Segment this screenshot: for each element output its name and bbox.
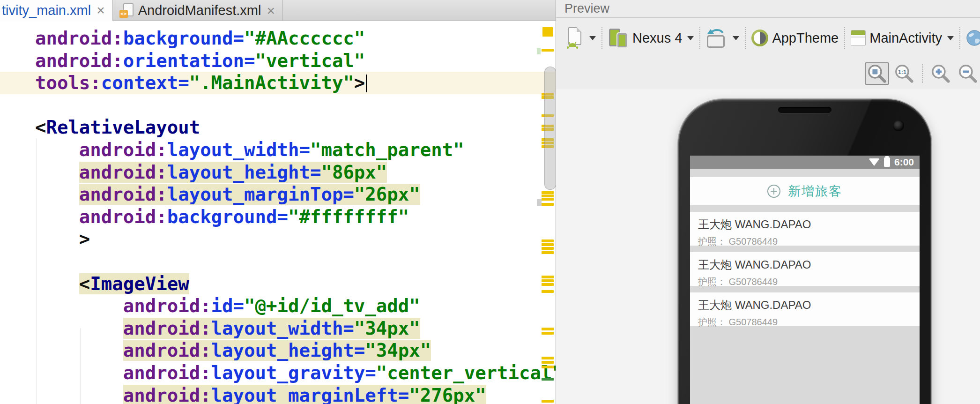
phone-camera bbox=[893, 120, 904, 131]
locale-selector[interactable] bbox=[960, 30, 980, 46]
code-editor[interactable]: android:background="#AAcccccc" android:o… bbox=[0, 21, 556, 404]
passenger-name: 王大炮 WANG.DAPAO bbox=[698, 217, 920, 232]
tab-label: tivity_main.xml bbox=[2, 3, 91, 18]
zoom-to-fit-button[interactable] bbox=[865, 62, 889, 85]
code-line: android:layout_marginLeft="276px" bbox=[0, 384, 556, 404]
zoom-in-button[interactable] bbox=[928, 62, 953, 85]
android-robot-peek-icon bbox=[566, 40, 579, 49]
code-line: android:layout_width="match_parent" bbox=[0, 139, 556, 161]
stripe-warning-mark bbox=[542, 27, 553, 37]
stripe-warning-mark bbox=[542, 366, 554, 368]
activity-selector[interactable]: MainActivity bbox=[845, 30, 959, 46]
plus-circle-icon bbox=[767, 185, 780, 198]
editor-tab-bar: tivity_main.xml × <> AndroidManifest.xml… bbox=[0, 0, 556, 21]
code-line: android:background="#AAcccccc" bbox=[0, 27, 556, 50]
code-line: android:layout_height="86px" bbox=[0, 161, 556, 184]
code-line: android:id="@+id/id_tv_add" bbox=[0, 295, 556, 317]
activity-icon bbox=[851, 30, 866, 46]
tab-label: AndroidManifest.xml bbox=[138, 3, 261, 18]
stripe-warning-mark bbox=[542, 239, 554, 242]
code-line bbox=[0, 250, 556, 273]
stripe-warning-mark bbox=[542, 283, 554, 286]
tab-activity-main-xml[interactable]: tivity_main.xml × bbox=[0, 0, 113, 21]
device-name: Nexus 4 bbox=[632, 30, 682, 46]
zoom-actual-size-button[interactable]: 1:1 bbox=[892, 62, 916, 85]
code-line: android:layout_gravity="center_vertical" bbox=[0, 362, 556, 384]
stripe-warning-mark bbox=[542, 276, 554, 278]
theme-name: AppTheme bbox=[772, 30, 839, 46]
passenger-name: 王大炮 WANG.DAPAO bbox=[698, 298, 920, 313]
stripe-warning-mark bbox=[542, 328, 554, 330]
editor-scrollbar-thumb[interactable] bbox=[544, 67, 556, 190]
toolbar-separator bbox=[922, 64, 923, 83]
passenger-passport: 护照： G50786449 bbox=[698, 316, 920, 329]
phone-speaker bbox=[778, 107, 832, 113]
text-cursor bbox=[366, 75, 367, 92]
stripe-warning-mark bbox=[542, 290, 554, 293]
battery-icon bbox=[884, 157, 890, 167]
stripe-warning-mark bbox=[542, 247, 554, 250]
activity-name: MainActivity bbox=[869, 30, 942, 46]
nexus4-device-frame: 6:00 新增旅客 王大炮 WANG.DAPAO护照： G50786449王大炮… bbox=[678, 99, 931, 404]
device-icon bbox=[608, 28, 629, 48]
code-line: android:background="#ffffffff" bbox=[0, 206, 556, 228]
passenger-row: 王大炮 WANG.DAPAO护照： G50786449 bbox=[690, 292, 920, 326]
zoom-actual-size-icon: 1:1 bbox=[894, 63, 914, 84]
svg-text:1:1: 1:1 bbox=[898, 69, 906, 75]
theme-icon bbox=[751, 30, 768, 46]
chevron-down-icon bbox=[947, 36, 954, 40]
preview-title: Preview bbox=[564, 1, 609, 16]
stripe-warning-mark bbox=[542, 357, 554, 359]
status-bar-time: 6:00 bbox=[894, 157, 914, 168]
stripe-warning-mark bbox=[542, 198, 554, 201]
chevron-down-icon bbox=[687, 36, 694, 40]
preview-toolbar: Nexus 4 AppTheme bbox=[556, 18, 980, 58]
indent-guide bbox=[80, 328, 81, 404]
code-line: android:orientation="vertical" bbox=[0, 50, 556, 72]
xml-source-code: android:background="#AAcccccc" android:o… bbox=[0, 21, 556, 404]
zoom-fit-icon bbox=[867, 63, 887, 84]
zoom-out-icon bbox=[958, 63, 978, 84]
orientation-selector[interactable] bbox=[700, 27, 745, 49]
code-line: android:layout_height="34px" bbox=[0, 339, 556, 362]
close-icon[interactable]: × bbox=[266, 4, 276, 18]
code-line: <ImageView bbox=[0, 273, 556, 295]
stripe-warning-mark bbox=[537, 199, 542, 206]
passenger-row: 王大炮 WANG.DAPAO护照： G50786449 bbox=[690, 252, 920, 286]
passenger-name: 王大炮 WANG.DAPAO bbox=[698, 257, 920, 272]
list-divider bbox=[690, 205, 920, 212]
preview-panel: Preview bbox=[556, 0, 980, 404]
code-line: <RelativeLayout bbox=[0, 116, 556, 139]
code-line: tools:context=".MainActivity"> bbox=[0, 72, 556, 94]
render-config-button[interactable] bbox=[561, 27, 601, 49]
xml-file-icon: <> bbox=[119, 3, 134, 18]
stripe-warning-mark bbox=[537, 48, 541, 54]
stripe-warning-mark bbox=[542, 49, 554, 52]
stripe-warning-mark bbox=[542, 400, 554, 403]
device-selector[interactable]: Nexus 4 bbox=[602, 28, 699, 48]
preview-zoom-toolbar: 1:1 bbox=[865, 58, 980, 89]
close-icon[interactable]: × bbox=[96, 3, 106, 17]
stripe-warning-mark bbox=[542, 251, 554, 254]
render-configuration-icon bbox=[566, 27, 584, 49]
code-line: android:layout_marginTop="26px" bbox=[0, 183, 556, 206]
code-line bbox=[0, 94, 556, 117]
globe-icon bbox=[966, 30, 980, 46]
code-line: android:layout_width="34px" bbox=[0, 317, 556, 340]
add-passenger-button: 新增旅客 bbox=[690, 177, 920, 205]
stripe-warning-mark bbox=[542, 378, 554, 381]
zoom-in-icon bbox=[930, 63, 951, 84]
code-line: > bbox=[0, 228, 556, 250]
pane-divider[interactable] bbox=[556, 0, 556, 404]
android-studio-window: tivity_main.xml × <> AndroidManifest.xml… bbox=[0, 0, 980, 404]
stripe-warning-mark bbox=[542, 361, 554, 364]
preview-panel-header: Preview bbox=[556, 0, 980, 18]
chevron-down-icon bbox=[589, 36, 596, 40]
stripe-warning-mark bbox=[542, 243, 554, 246]
stripe-warning-mark bbox=[542, 191, 554, 194]
zoom-out-button[interactable] bbox=[956, 62, 980, 85]
phone-screen: 6:00 新增旅客 王大炮 WANG.DAPAO护照： G50786449王大炮… bbox=[690, 156, 920, 404]
theme-selector[interactable]: AppTheme bbox=[746, 30, 844, 46]
tab-android-manifest-xml[interactable]: <> AndroidManifest.xml × bbox=[113, 0, 283, 21]
preview-canvas: 6:00 新增旅客 王大炮 WANG.DAPAO护照： G50786449王大炮… bbox=[556, 89, 980, 404]
